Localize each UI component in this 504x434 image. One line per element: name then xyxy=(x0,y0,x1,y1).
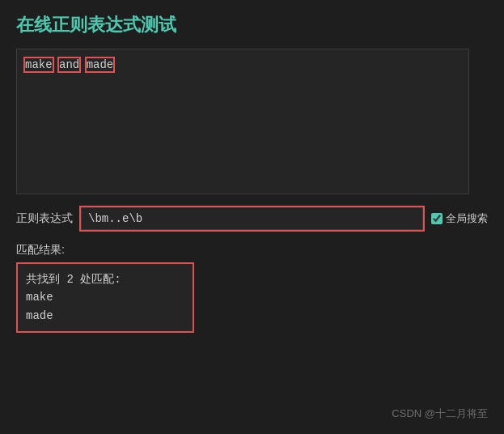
space-text xyxy=(53,58,59,71)
page-title: 在线正则表达式测试 xyxy=(16,13,488,37)
regex-label: 正则表达式 xyxy=(16,211,73,226)
result-box: 共找到 2 处匹配: make made xyxy=(16,262,194,333)
global-search-wrapper: 全局搜索 xyxy=(431,211,488,226)
footer-credit: CSDN @十二月将至 xyxy=(392,406,488,421)
result-match2: made xyxy=(26,307,184,325)
space-text2 xyxy=(79,58,86,71)
result-match1: make xyxy=(26,288,184,306)
match-made: made xyxy=(87,58,114,71)
result-label: 匹配结果: xyxy=(16,243,488,257)
global-search-label[interactable]: 全局搜索 xyxy=(446,211,488,226)
regex-row: 正则表达式 全局搜索 xyxy=(16,207,488,230)
match-and: and xyxy=(59,58,79,71)
result-section: 匹配结果: 共找到 2 处匹配: make made xyxy=(16,243,488,333)
text-display-area[interactable]: make and made xyxy=(16,49,469,194)
regex-input[interactable] xyxy=(81,207,423,230)
result-summary: 共找到 2 处匹配: xyxy=(26,270,184,288)
page-container: 在线正则表达式测试 make and made 正则表达式 全局搜索 匹配结果:… xyxy=(0,0,504,434)
regex-input-wrapper xyxy=(81,207,423,230)
global-search-checkbox[interactable] xyxy=(431,213,443,224)
text-input-wrapper: make and made xyxy=(16,49,488,194)
match-make: make xyxy=(25,58,53,71)
